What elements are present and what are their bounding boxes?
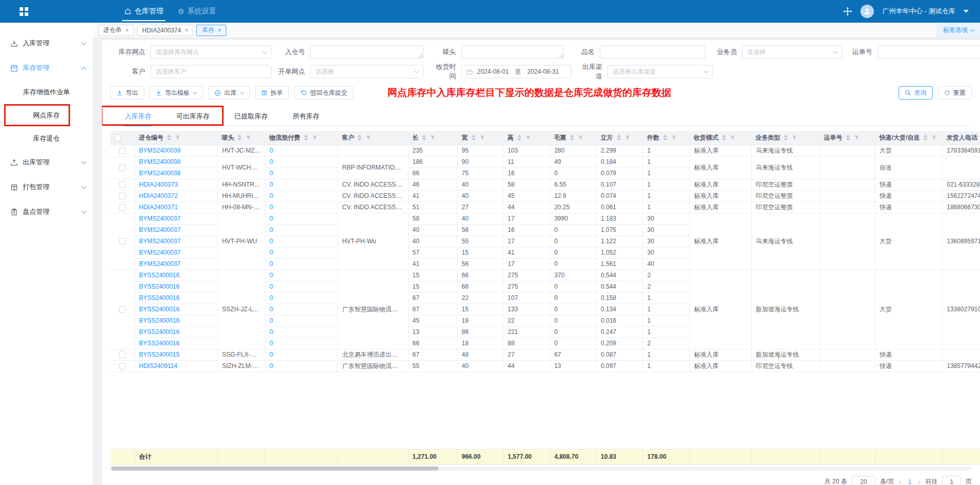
- table-row[interactable]: BYMS2400039HVT-JC-MZ030235951032802.2991…: [110, 145, 980, 156]
- column-header-fee[interactable]: 物流垫付费: [265, 131, 338, 145]
- fee-link[interactable]: 0: [269, 362, 273, 370]
- row-checkbox[interactable]: [119, 164, 126, 171]
- export-template-button[interactable]: 导出模板: [149, 86, 203, 99]
- filter-funnel-icon[interactable]: [854, 135, 859, 140]
- entry-code-link[interactable]: BYSS2400016: [139, 306, 180, 313]
- billing-site-select[interactable]: 请选择: [310, 65, 424, 78]
- fee-link[interactable]: 0: [269, 158, 273, 165]
- column-header-len[interactable]: 长: [408, 131, 457, 145]
- avatar[interactable]: [860, 5, 874, 18]
- column-header-mode[interactable]: 收货模式: [689, 131, 751, 145]
- waybill-no-input[interactable]: [877, 45, 980, 59]
- entry-code-link[interactable]: BYMS2400037: [139, 249, 181, 256]
- entry-code-link[interactable]: BYSS2400016: [139, 283, 180, 290]
- entry-code-link[interactable]: HDIA2400372: [139, 192, 178, 199]
- nav-item-warehouse[interactable]: 仓库管理: [117, 0, 171, 23]
- sort-icon[interactable]: [784, 135, 788, 141]
- row-checkbox[interactable]: [119, 352, 126, 358]
- fee-link[interactable]: 0: [269, 283, 273, 290]
- entry-code-link[interactable]: HDIS2409114: [139, 362, 178, 370]
- shipping-mark-input[interactable]: [461, 45, 564, 59]
- subtab-available-inventory[interactable]: 可出库库存: [175, 107, 211, 126]
- subtab-all-inventory[interactable]: 所有库存: [292, 107, 320, 126]
- fee-link[interactable]: 0: [269, 306, 273, 313]
- row-checkbox[interactable]: [119, 147, 126, 154]
- entry-code-link[interactable]: BYSS2400016: [139, 317, 180, 324]
- column-header-biztype[interactable]: 业务类型: [751, 131, 819, 145]
- filter-funnel-icon[interactable]: [526, 135, 531, 140]
- subtab-inbound-inventory[interactable]: 入库库存: [124, 107, 153, 126]
- chevron-down-icon[interactable]: [964, 10, 969, 13]
- apps-grid-icon[interactable]: [20, 7, 28, 16]
- sort-icon[interactable]: [238, 135, 242, 141]
- sidebar-item-stocktaking[interactable]: 盘点管理: [0, 199, 93, 224]
- fee-link[interactable]: 0: [269, 226, 273, 233]
- fee-link[interactable]: 0: [269, 272, 273, 279]
- stock-site-select[interactable]: 请选择库存网点: [150, 45, 272, 59]
- goto-page-input[interactable]: 1: [942, 476, 961, 485]
- sort-icon[interactable]: [304, 135, 308, 141]
- table-row[interactable]: HDIA2400371HH-08-MN-FERRY0CV. INDO ACCES…: [110, 202, 980, 213]
- fee-link[interactable]: 0: [269, 249, 273, 256]
- column-header-customer[interactable]: 客户: [337, 131, 408, 145]
- tag-options-button[interactable]: 标签选项: [937, 23, 980, 38]
- sort-icon[interactable]: [358, 135, 362, 141]
- row-checkbox[interactable]: [119, 238, 126, 245]
- fee-link[interactable]: 0: [269, 204, 273, 211]
- fee-link[interactable]: 0: [269, 317, 273, 324]
- filter-funnel-icon[interactable]: [175, 135, 180, 140]
- entry-code-link[interactable]: BYSS2400016: [139, 328, 180, 336]
- row-checkbox[interactable]: [119, 193, 126, 199]
- column-header-waybill[interactable]: 运单号: [820, 131, 875, 145]
- row-checkbox[interactable]: [119, 181, 126, 188]
- entry-code-link[interactable]: HDIA2400371: [139, 204, 178, 211]
- column-header-code[interactable]: 进仓编号: [134, 131, 217, 145]
- tab-hdia2400374[interactable]: HDIA2400374 ×: [137, 25, 193, 36]
- sort-icon[interactable]: [570, 135, 574, 141]
- horizontal-scrollbar[interactable]: [110, 466, 972, 471]
- user-warehouse-label[interactable]: 广州丰年中心 - 测试仓库: [882, 7, 955, 16]
- nav-item-settings[interactable]: ⚙ 系统设置: [171, 0, 224, 23]
- resize-handle[interactable]: [418, 53, 423, 58]
- filter-funnel-icon[interactable]: [671, 135, 677, 140]
- sort-icon[interactable]: [471, 135, 476, 141]
- entry-code-link[interactable]: HDIA2400373: [139, 181, 178, 188]
- row-checkbox[interactable]: [119, 306, 126, 313]
- warehouse-entry-no-input[interactable]: [310, 45, 424, 59]
- table-row[interactable]: HDIA2400372HH-MUHRI1170CV. INDO ACCESSOR…: [110, 190, 980, 202]
- sidebar-item-outbound[interactable]: 出库管理: [0, 150, 93, 175]
- column-header-delivery[interactable]: 快递/大货/自送: [875, 131, 942, 145]
- entry-code-link[interactable]: BYMS2400038: [139, 170, 181, 177]
- table-row[interactable]: BYSS2400016SSZH-JZ-LYGJ03980广东智慧国际物流有限..…: [110, 270, 980, 281]
- table-row[interactable]: BYMS2400037HVT-PH-WU0HVT-PH-Wu5840173990…: [110, 213, 980, 224]
- close-icon[interactable]: ×: [184, 27, 188, 34]
- sort-icon[interactable]: [923, 135, 927, 141]
- fee-link[interactable]: 0: [269, 340, 273, 347]
- filter-funnel-icon[interactable]: [430, 135, 435, 140]
- row-checkbox[interactable]: [119, 363, 126, 370]
- entry-code-link[interactable]: BYMS2400039: [139, 147, 181, 154]
- entry-code-link[interactable]: BYMS2400038: [139, 158, 181, 165]
- entry-code-link[interactable]: BYMS2400037: [139, 238, 181, 245]
- outbound-button[interactable]: 出库: [208, 86, 250, 99]
- column-header-hgt[interactable]: 高: [503, 131, 550, 145]
- scrollbar-thumb[interactable]: [111, 466, 438, 471]
- prev-page-icon[interactable]: ‹: [899, 477, 901, 485]
- filter-funnel-icon[interactable]: [480, 135, 485, 140]
- entry-code-link[interactable]: BYMS2400037: [139, 226, 181, 233]
- current-page[interactable]: 1: [906, 478, 914, 485]
- export-button[interactable]: 导出: [110, 86, 144, 99]
- move-icon[interactable]: [843, 7, 852, 16]
- reject-submit-button[interactable]: 驳回仓库提交: [294, 86, 353, 99]
- fee-link[interactable]: 0: [269, 260, 273, 267]
- receive-date-range[interactable]: 2024-08-01 至 2024-08-31: [461, 65, 572, 78]
- sort-icon[interactable]: [617, 135, 621, 141]
- fee-link[interactable]: 0: [269, 170, 273, 177]
- column-header-cbm[interactable]: 立方: [597, 131, 643, 145]
- sidebar-item-inventory[interactable]: 库存管理: [0, 56, 93, 80]
- table-row[interactable]: BYMS2400038HVT-WCHA-NEWAY0RBP INFORMATIO…: [110, 156, 980, 168]
- entry-code-link[interactable]: BYSS2400016: [139, 272, 180, 279]
- tab-inventory[interactable]: 库存 ×: [196, 25, 226, 36]
- page-size-input[interactable]: 20: [852, 476, 875, 485]
- close-icon[interactable]: ×: [125, 27, 129, 34]
